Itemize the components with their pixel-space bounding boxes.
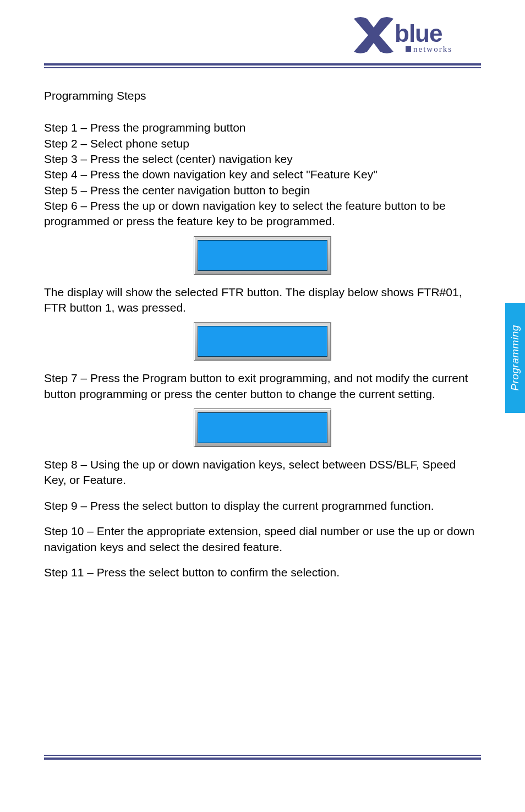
brand-logo: blue networks (352, 17, 473, 59)
svg-rect-1 (406, 46, 411, 52)
page-title: Programming Steps (44, 88, 481, 103)
paragraph: The display will show the selected FTR b… (44, 285, 481, 316)
section-tab-programming: Programming (505, 303, 525, 413)
steps-group-1: Step 1 – Press the programming button St… (44, 120, 481, 229)
phone-display-screen (198, 412, 327, 443)
document-body: Programming Steps Step 1 – Press the pro… (44, 88, 481, 580)
step-line: Step 6 – Press the up or down navigation… (44, 198, 481, 230)
phone-display-screen (198, 240, 327, 271)
step-line: Step 5 – Press the center navigation but… (44, 183, 481, 198)
phone-display-illustration (194, 322, 331, 361)
phone-display-illustration (194, 236, 331, 275)
step-line: Step 9 – Press the select button to disp… (44, 498, 481, 514)
step-line: Step 11 – Press the select button to con… (44, 565, 481, 580)
step-line: Step 4 – Press the down navigation key a… (44, 167, 481, 182)
phone-display-illustration (194, 408, 331, 447)
step-line: Step 3 – Press the select (center) navig… (44, 151, 481, 167)
phone-display-screen (198, 326, 327, 357)
header-rule (44, 63, 481, 68)
step-line: Step 10 – Enter the appropriate extensio… (44, 524, 481, 555)
svg-text:networks: networks (413, 45, 452, 53)
footer-rule (44, 755, 481, 760)
svg-text:blue: blue (395, 20, 442, 47)
step-line: Step 7 – Press the Program button to exi… (44, 370, 481, 402)
step-line: Step 8 – Using the up or down navigation… (44, 457, 481, 488)
step-line: Step 1 – Press the programming button (44, 120, 481, 135)
section-tab-label: Programming (509, 325, 521, 391)
step-line: Step 2 – Select phone setup (44, 136, 481, 151)
